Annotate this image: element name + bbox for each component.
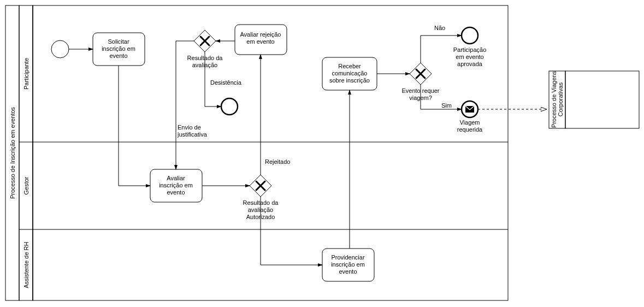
end-viagem-requerida: Viagem requerida xyxy=(457,101,483,133)
lane-title-2: Gestor xyxy=(23,176,29,194)
pool-title: Processo de Inscrição em eventos xyxy=(9,107,16,199)
end-aprovada: Participação em evento aprovada xyxy=(453,27,487,67)
flow-sim-label: Sim xyxy=(441,102,452,109)
pool2-title-l1: Processo de Viagens xyxy=(551,71,557,128)
flow-envio-l2: justificativa xyxy=(177,131,208,138)
start-event xyxy=(51,40,69,58)
bpmn-diagram: Processo de Inscrição em eventos Partici… xyxy=(0,0,644,307)
seq-flow xyxy=(119,66,150,186)
svg-text:evento: evento xyxy=(167,189,185,196)
end2-l1: Viagem xyxy=(459,119,480,126)
svg-text:evento: evento xyxy=(109,52,127,59)
task-solicitar: Solicitar inscrição em evento xyxy=(93,33,145,66)
task-providenciar: Providenciar inscrição em evento xyxy=(322,249,374,281)
svg-text:Avaliar rejeição: Avaliar rejeição xyxy=(240,31,281,38)
svg-point-8 xyxy=(51,40,69,58)
flow-envio-l1: Envio de xyxy=(178,124,201,131)
svg-point-21 xyxy=(462,27,478,44)
end2-l2: requerida xyxy=(457,126,483,133)
end1-l3: aprovada xyxy=(457,61,483,67)
svg-text:em evento: em evento xyxy=(246,38,274,45)
end1-l1: Participação xyxy=(453,46,487,53)
svg-point-16 xyxy=(221,98,238,115)
lane-title-3: Assistente de RH xyxy=(23,241,29,288)
pool-external: Processo de Viagens Corporativas xyxy=(549,71,639,128)
task-avaliar-inscricao: Avaliar inscrição em evento xyxy=(150,169,202,202)
lane-title-1: Participante xyxy=(23,58,29,90)
end-desistencia xyxy=(221,98,238,115)
task-receber-comunicacao: Receber comunicação sobre inscrição xyxy=(322,57,377,90)
svg-text:inscrição em: inscrição em xyxy=(102,45,135,52)
flow-desistencia-label: Desistência xyxy=(210,79,242,86)
svg-text:Avaliar: Avaliar xyxy=(167,175,185,181)
svg-text:inscrição em: inscrição em xyxy=(331,261,365,268)
svg-text:Solicitar: Solicitar xyxy=(108,38,129,45)
end1-l2: em evento xyxy=(456,54,483,60)
flow-rejeitado-label: Rejeitado xyxy=(265,158,290,165)
flow-nao-label: Não xyxy=(434,25,445,31)
svg-rect-7 xyxy=(565,71,639,128)
svg-text:comunicação: comunicação xyxy=(332,70,368,76)
svg-text:inscrição em: inscrição em xyxy=(159,182,193,188)
svg-text:Providenciar: Providenciar xyxy=(331,254,364,261)
pool2-title-l2: Corporativas xyxy=(557,82,564,116)
message-icon xyxy=(465,106,474,113)
svg-text:evento: evento xyxy=(339,268,357,275)
svg-text:sobre inscrição: sobre inscrição xyxy=(329,77,370,84)
task-avaliar-rejeicao: Avaliar rejeição em evento xyxy=(235,25,287,55)
svg-text:Receber: Receber xyxy=(338,63,361,69)
